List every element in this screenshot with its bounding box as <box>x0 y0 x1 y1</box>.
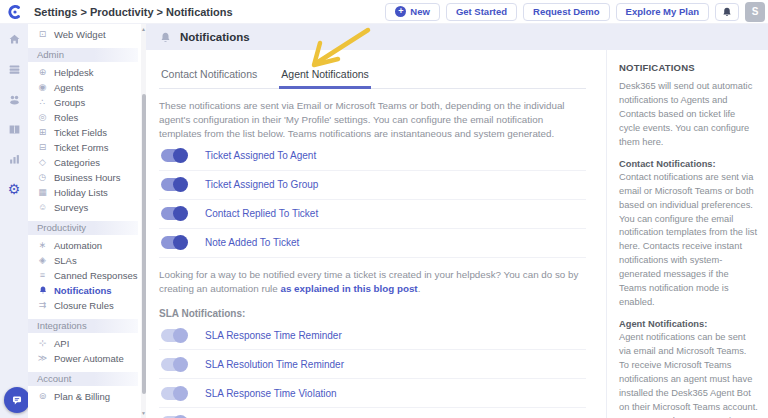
new-button[interactable]: + New <box>385 3 440 21</box>
toggle-knob <box>173 328 188 343</box>
main-panel: Contact Notifications Agent Notification… <box>146 50 606 418</box>
closure-rules-icon: ⇉ <box>37 301 48 310</box>
sidebar-item-plan-billing[interactable]: ⊚ Plan & Billing <box>28 389 146 404</box>
reports-icon <box>8 153 21 166</box>
help-panel-intro: Desk365 will send out automatic notifica… <box>619 80 758 150</box>
toggle-row-note-added-to-ticket: Note Added To Ticket <box>159 229 586 258</box>
bell-icon <box>721 6 733 18</box>
content-area: Notifications Contact Notifications Agen… <box>146 24 768 418</box>
sidebar-section-integrations: Integrations <box>28 319 138 333</box>
sidebar-item-automation[interactable]: ∗ Automation <box>28 238 146 253</box>
toggle-sla-response-time-reminder[interactable] <box>161 329 187 342</box>
toggle-ticket-assigned-to-agent[interactable] <box>161 149 187 162</box>
sidebar-item-roles[interactable]: ◎ Roles <box>28 110 146 125</box>
toggle-knob <box>173 415 188 418</box>
sidebar-item-categories[interactable]: ◇ Categories <box>28 155 146 170</box>
help-contact-notifications-heading: Contact Notifications: <box>619 159 758 169</box>
toggle-knob <box>173 386 188 401</box>
get-started-button[interactable]: Get Started <box>446 3 517 21</box>
new-button-label: New <box>410 6 430 17</box>
gear-icon: ⚙ <box>8 182 21 196</box>
contacts-icon <box>8 93 21 106</box>
explore-my-plan-button[interactable]: Explore My Plan <box>616 3 709 21</box>
toggle-sla-resolution-time-reminder[interactable] <box>161 358 187 371</box>
sidebar-item-helpdesk[interactable]: ⊕ Helpdesk <box>28 65 146 80</box>
sidebar-item-ticket-fields[interactable]: ⊞ Ticket Fields <box>28 125 146 140</box>
sidebar-item-power-automate[interactable]: ≫ Power Automate <box>28 351 146 366</box>
knowledge-base-icon <box>8 123 21 136</box>
help-agent-notifications-body: Agent notifications can be sent via emai… <box>619 331 758 418</box>
slas-icon: ◈ <box>37 256 48 265</box>
categories-icon: ◇ <box>37 158 48 167</box>
blog-post-link[interactable]: as explained in this blog post <box>280 283 417 294</box>
notification-bell-button[interactable] <box>715 3 739 21</box>
toggle-row-sla-resolution-time-reminder: SLA Resolution Time Reminder <box>159 350 586 379</box>
scrollbar-thumb[interactable] <box>142 94 146 394</box>
sidebar-item-groups[interactable]: ∴ Groups <box>28 95 146 110</box>
toggle-ticket-assigned-to-group[interactable] <box>161 178 187 191</box>
sidebar-item-notifications[interactable]: Notifications <box>28 283 146 298</box>
groups-icon: ∴ <box>37 98 48 107</box>
sla-response-time-violation-link[interactable]: SLA Response Time Violation <box>205 388 337 399</box>
plus-icon: + <box>395 6 406 17</box>
page-title: Notifications <box>180 31 250 43</box>
logo-icon <box>6 4 22 20</box>
toggle-row-ticket-assigned-to-group: Ticket Assigned To Group <box>159 171 586 200</box>
sidebar-item-canned-responses[interactable]: ≡ Canned Responses <box>28 268 146 283</box>
chat-widget-button[interactable] <box>4 387 30 413</box>
sla-response-time-reminder-link[interactable]: SLA Response Time Reminder <box>205 330 342 341</box>
rail-item-settings[interactable]: ⚙ <box>0 174 28 204</box>
contact-replied-to-ticket-link[interactable]: Contact Replied To Ticket <box>205 208 318 219</box>
ticket-assigned-to-agent-link[interactable]: Ticket Assigned To Agent <box>205 150 316 161</box>
toggle-knob <box>173 235 188 250</box>
rail-item-home[interactable] <box>0 24 28 54</box>
bell-icon <box>37 285 48 297</box>
help-agent-notifications-heading: Agent Notifications: <box>619 319 758 329</box>
help-contact-notifications-body: Contact notifications are sent via email… <box>619 171 758 310</box>
ticket-forms-icon: ⊟ <box>37 143 48 152</box>
tab-contact-notifications[interactable]: Contact Notifications <box>159 64 259 88</box>
toggle-knob <box>173 206 188 221</box>
automation-note: Looking for a way to be notified every t… <box>159 268 586 296</box>
rail-item-tickets[interactable] <box>0 54 28 84</box>
sidebar-item-business-hours[interactable]: ◷ Business Hours <box>28 170 146 185</box>
sidebar-item-web-widget[interactable]: ⊡ Web Widget <box>28 27 146 42</box>
ticket-assigned-to-group-link[interactable]: Ticket Assigned To Group <box>205 179 318 190</box>
toggle-contact-replied-to-ticket[interactable] <box>161 207 187 220</box>
toggle-knob <box>173 177 188 192</box>
toggle-row-sla-response-time-violation: SLA Response Time Violation <box>159 379 586 408</box>
tab-agent-notifications[interactable]: Agent Notifications <box>279 64 371 89</box>
page-header: Notifications <box>146 24 768 50</box>
tab-bar: Contact Notifications Agent Notification… <box>159 64 586 89</box>
sidebar-item-closure-rules[interactable]: ⇉ Closure Rules <box>28 298 146 313</box>
power-automate-icon: ≫ <box>37 354 48 363</box>
sidebar-item-holiday-lists[interactable]: ▦ Holiday Lists <box>28 185 146 200</box>
rail-item-reports[interactable] <box>0 144 28 174</box>
sidebar-section-account: Account <box>28 372 138 386</box>
toggle-sla-response-time-violation[interactable] <box>161 387 187 400</box>
toggle-row-contact-replied-to-ticket: Contact Replied To Ticket <box>159 200 586 229</box>
user-avatar[interactable]: S <box>745 2 765 22</box>
rail-item-knowledge-base[interactable] <box>0 114 28 144</box>
sidebar-item-surveys[interactable]: ☺ Surveys <box>28 200 146 215</box>
rail-item-contacts[interactable] <box>0 84 28 114</box>
sidebar-item-ticket-forms[interactable]: ⊟ Ticket Forms <box>28 140 146 155</box>
sidebar-item-slas[interactable]: ◈ SLAs <box>28 253 146 268</box>
roles-icon: ◎ <box>37 113 48 122</box>
plan-billing-icon: ⊚ <box>37 392 48 401</box>
web-widget-icon: ⊡ <box>37 30 48 39</box>
toggle-knob <box>173 357 188 372</box>
sidebar-item-api[interactable]: ⊹ API <box>28 336 146 351</box>
sla-resolution-time-reminder-link[interactable]: SLA Resolution Time Reminder <box>205 359 344 370</box>
toggle-row-sla-resolution-time-violation: SLA Resolution Time Violation <box>159 408 586 418</box>
desk365-logo[interactable] <box>0 4 28 20</box>
tickets-icon <box>8 63 21 76</box>
toggle-row-sla-response-time-reminder: SLA Response Time Reminder <box>159 321 586 350</box>
request-demo-button[interactable]: Request Demo <box>523 3 610 21</box>
sidebar-item-agents[interactable]: ◉ Agents <box>28 80 146 95</box>
note-added-to-ticket-link[interactable]: Note Added To Ticket <box>205 237 299 248</box>
toggle-note-added-to-ticket[interactable] <box>161 236 187 249</box>
agents-icon: ◉ <box>37 83 48 92</box>
holiday-lists-icon: ▦ <box>37 188 48 197</box>
breadcrumb: Settings > Productivity > Notifications <box>34 6 233 18</box>
